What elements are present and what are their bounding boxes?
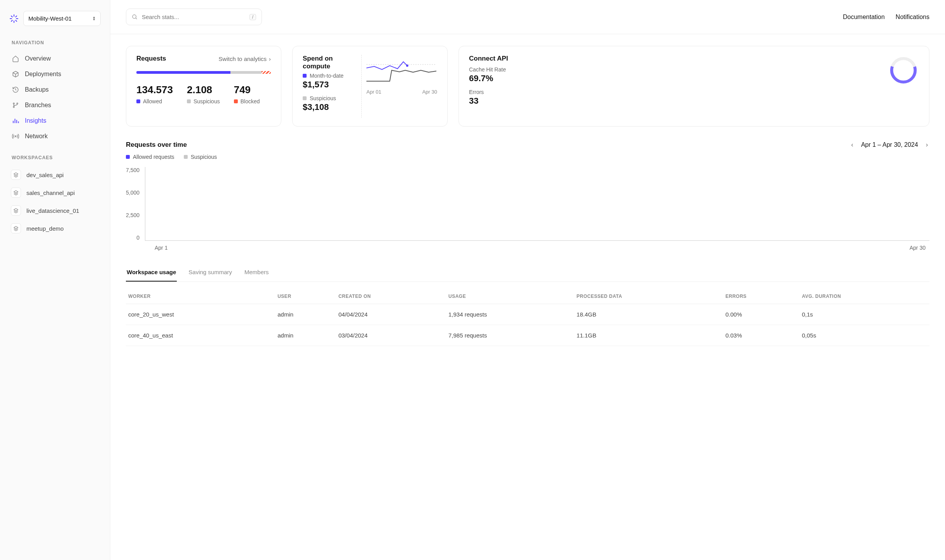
date-range-nav: ‹ Apr 1 – Apr 30, 2024 › bbox=[850, 140, 929, 150]
workspace-item[interactable]: sales_channel_api bbox=[9, 184, 101, 202]
chart-x0: Apr 1 bbox=[155, 245, 167, 251]
stat-blocked: 749 Blocked bbox=[234, 84, 260, 104]
table-cell: admin bbox=[275, 325, 336, 346]
y-tick: 5,000 bbox=[126, 190, 139, 196]
search-box[interactable]: / bbox=[126, 9, 262, 25]
table-header: CREATED ON bbox=[336, 289, 446, 304]
table-cell: 0.03% bbox=[723, 325, 800, 346]
dot-blocked-icon bbox=[234, 99, 238, 103]
layers-icon bbox=[11, 223, 21, 233]
svg-line-6 bbox=[11, 20, 12, 21]
table-row[interactable]: core_20_us_westadmin04/04/20241,934 requ… bbox=[126, 304, 929, 325]
svg-point-8 bbox=[13, 103, 14, 104]
tab-workspace-usage[interactable]: Workspace usage bbox=[126, 266, 177, 282]
workspace-item[interactable]: live_datascience_01 bbox=[9, 202, 101, 219]
date-prev-button[interactable]: ‹ bbox=[850, 140, 855, 150]
card-connect-api: Connect API Cache Hit Rate 69.7% Errors … bbox=[459, 46, 929, 127]
svg-point-15 bbox=[15, 136, 16, 137]
errors-value: 33 bbox=[469, 96, 888, 106]
workspace-usage-table: WORKERUSERCREATED ONUSAGEPROCESSED DATAE… bbox=[126, 289, 929, 346]
table-header: PROCESSED DATA bbox=[574, 289, 723, 304]
workspaces-section-label: WORKSPACAES bbox=[12, 155, 101, 160]
link-notifications[interactable]: Notifications bbox=[896, 14, 929, 21]
requests-over-time-chart: 7,5005,0002,5000 bbox=[126, 167, 929, 241]
search-shortcut-kbd: / bbox=[249, 14, 256, 20]
nav-section-label: NAVIGATION bbox=[12, 40, 101, 45]
workspace-label: live_datascience_01 bbox=[26, 207, 79, 214]
workspace-label: sales_channel_api bbox=[26, 190, 75, 196]
date-range-label: Apr 1 – Apr 30, 2024 bbox=[861, 141, 918, 148]
spend-x1: Apr 30 bbox=[422, 89, 437, 95]
sidebar-item-label: Backups bbox=[25, 86, 49, 93]
table-cell: 03/04/2024 bbox=[336, 325, 446, 346]
table-cell: admin bbox=[275, 304, 336, 325]
y-tick: 2,500 bbox=[126, 212, 139, 218]
sidebar-item-branches[interactable]: Branches bbox=[9, 97, 101, 113]
card-requests: Requests Switch to analytics › 134.573 A… bbox=[126, 46, 281, 127]
layers-icon bbox=[11, 205, 21, 216]
sidebar-item-backups[interactable]: Backups bbox=[9, 82, 101, 97]
dot-sus-spend-icon bbox=[303, 96, 307, 100]
workspace-item[interactable]: meetup_demo bbox=[9, 219, 101, 237]
svg-line-4 bbox=[11, 16, 12, 17]
home-icon bbox=[12, 55, 19, 63]
card-spend-title: Spend on compute bbox=[303, 55, 361, 70]
chart-legend: Allowed requests Suspicious bbox=[126, 154, 929, 160]
card-connect-title: Connect API bbox=[469, 55, 888, 63]
table-header: USAGE bbox=[446, 289, 574, 304]
svg-point-20 bbox=[133, 15, 136, 18]
sidebar-item-label: Network bbox=[25, 133, 48, 140]
search-icon bbox=[132, 14, 138, 20]
project-name: Mobility-West-01 bbox=[28, 15, 71, 22]
donut-chart-icon bbox=[888, 55, 919, 86]
table-cell: 04/04/2024 bbox=[336, 304, 446, 325]
switch-to-analytics-link[interactable]: Switch to analytics › bbox=[219, 56, 271, 62]
app-logo-icon bbox=[9, 14, 19, 23]
chart-title: Requests over time bbox=[126, 141, 187, 149]
tab-members[interactable]: Members bbox=[244, 266, 270, 282]
tab-saving-summary[interactable]: Saving summary bbox=[188, 266, 233, 282]
table-header: ERRORS bbox=[723, 289, 800, 304]
table-header: USER bbox=[275, 289, 336, 304]
y-tick: 7,500 bbox=[126, 167, 139, 173]
table-cell: 0,05s bbox=[800, 325, 929, 346]
topbar: / Documentation Notifications bbox=[110, 0, 945, 34]
table-row[interactable]: core_40_us_eastadmin03/04/20247,985 requ… bbox=[126, 325, 929, 346]
sidebar-item-deployments[interactable]: Deployments bbox=[9, 66, 101, 82]
table-cell: 11.1GB bbox=[574, 325, 723, 346]
project-selector[interactable]: Mobility-West-01 ▲▼ bbox=[23, 11, 101, 26]
chevron-right-icon: › bbox=[269, 56, 271, 62]
cache-hit-value: 69.7% bbox=[469, 73, 888, 83]
search-input[interactable] bbox=[142, 14, 246, 20]
svg-point-10 bbox=[17, 103, 18, 104]
spend-x0: Apr 01 bbox=[366, 89, 381, 95]
sidebar-item-insights[interactable]: Insights bbox=[9, 113, 101, 129]
main-area: / Documentation Notifications Requests S… bbox=[110, 0, 945, 560]
workspace-label: meetup_demo bbox=[26, 225, 64, 232]
svg-marker-18 bbox=[14, 209, 18, 211]
table-header: WORKER bbox=[126, 289, 275, 304]
spend-sparkline: Apr 01 Apr 30 bbox=[361, 55, 437, 118]
link-documentation[interactable]: Documentation bbox=[843, 14, 885, 21]
chart-x1: Apr 30 bbox=[910, 245, 926, 251]
legend-allowed-icon bbox=[126, 155, 130, 159]
legend-suspicious-icon bbox=[184, 155, 188, 159]
sidebar-item-network[interactable]: Network bbox=[9, 129, 101, 144]
tabs: Workspace usageSaving summaryMembers bbox=[126, 266, 929, 282]
table-cell: 18.4GB bbox=[574, 304, 723, 325]
svg-line-7 bbox=[16, 16, 17, 17]
svg-point-23 bbox=[406, 64, 408, 67]
sidebar-item-label: Insights bbox=[25, 117, 46, 124]
svg-marker-17 bbox=[14, 191, 18, 193]
chevron-updown-icon: ▲▼ bbox=[92, 16, 96, 21]
sidebar-item-overview[interactable]: Overview bbox=[9, 51, 101, 66]
sidebar-item-label: Deployments bbox=[25, 71, 61, 78]
table-cell: 0,1s bbox=[800, 304, 929, 325]
svg-marker-16 bbox=[14, 173, 18, 175]
workspace-item[interactable]: dev_sales_api bbox=[9, 166, 101, 184]
card-spend: Spend on compute Month-to-date $1,573 Su… bbox=[292, 46, 448, 127]
mtd-value: $1,573 bbox=[303, 80, 361, 90]
date-next-button[interactable]: › bbox=[924, 140, 929, 150]
layers-icon bbox=[11, 188, 21, 198]
svg-point-9 bbox=[13, 106, 14, 108]
